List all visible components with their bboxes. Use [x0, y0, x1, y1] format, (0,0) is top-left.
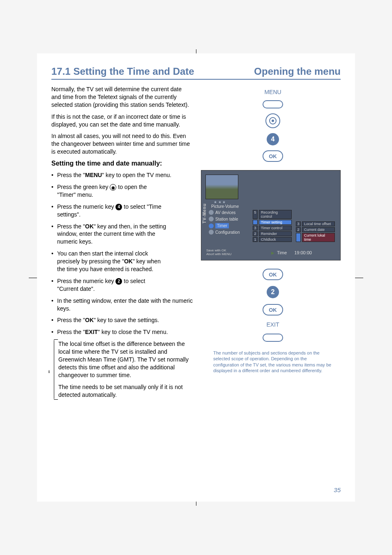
bullet-ok-enter: Press the "OK" key and then, in the sett…	[51, 223, 166, 246]
remote-sequence-top: MENU 4 OK	[263, 89, 283, 162]
ok-button-icon-2: OK	[263, 269, 283, 280]
page-content: 17.1 Setting the Time and Date Opening t…	[37, 53, 355, 502]
page-number: 35	[334, 486, 341, 493]
bullet-ok-save: Press the "OK" key to save the settings.	[51, 316, 193, 324]
num-2-button-icon: 2	[267, 286, 279, 298]
tv-col2-timersetting: Timer setting	[259, 220, 292, 225]
info-p1: The local time offset is the difference …	[58, 340, 193, 379]
key-2-icon: 2	[115, 278, 122, 285]
green-button-icon	[265, 113, 280, 128]
subheading: Setting the time and date manually:	[51, 160, 193, 167]
right-column: MENU 4 OK TV-Menu ★ ★ ★ Picture·Volume A…	[205, 85, 341, 403]
tv-col3-offset: Local time offset	[302, 221, 335, 226]
bullet-menu: Press the "MENU" key to open the TV menu…	[51, 171, 193, 179]
tv-col2-reminder: Reminder	[259, 231, 292, 236]
picture-volume-label: Picture·Volume	[211, 204, 239, 209]
tv-col2-recording: Recording control	[259, 210, 292, 219]
left-column: Normally, the TV set will determine the …	[51, 85, 193, 403]
tv-item-station: Station table	[215, 217, 238, 221]
section-title: 17.1 Setting the Time and Date	[51, 66, 194, 77]
bullet-num2: Press the numeric key 2 to select "Curre…	[51, 277, 166, 293]
bullet-ok-start: You can then start the internal clock pr…	[51, 250, 166, 273]
menu-button-icon	[263, 100, 283, 108]
tv-col2-timercontrol: Timer control	[259, 226, 292, 230]
bullet-green-key: Press the green key ◉ to open the "Timer…	[51, 183, 166, 199]
ok-button-icon-3: OK	[263, 304, 283, 315]
ok-button-icon: OK	[263, 150, 283, 162]
remote-sequence-bottom: OK 2 OK EXIT	[263, 269, 283, 342]
info-p2: The time needs to be set manually only i…	[58, 383, 193, 399]
footnote: The number of subjects and sections depe…	[213, 350, 332, 373]
intro-p3: In almost all cases, you will not need t…	[51, 132, 193, 156]
tv-item-timer: Timer	[215, 223, 229, 228]
num-4-button-icon: 4	[267, 133, 279, 145]
tv-time-display: Time 19:00:00	[271, 250, 312, 255]
info-icon: i	[48, 369, 50, 374]
intro-p1: Normally, the TV set will determine the …	[51, 85, 193, 109]
stars-icon: ★ ★ ★	[214, 200, 226, 204]
bullet-exit: Press the "EXIT" key to close the TV men…	[51, 328, 193, 336]
clock-icon: ◉	[110, 184, 116, 191]
section-subtitle: Opening the menu	[254, 66, 341, 77]
tv-col3-localtime: Current lokal time	[302, 233, 335, 242]
tv-item-config: Configuration	[215, 230, 240, 235]
tv-col2-childlock: Childlock	[259, 237, 292, 242]
tv-menu-screenshot: TV-Menu ★ ★ ★ Picture·Volume AV devices …	[201, 170, 341, 260]
tv-menu-sidebar-label: TV-Menu	[202, 203, 207, 223]
info-box: i The local time offset is the differenc…	[54, 340, 193, 398]
exit-label: EXIT	[266, 321, 279, 328]
main-heading: 17.1 Setting the Time and Date Opening t…	[51, 66, 341, 80]
intro-p2: If this is not the case, or if an incorr…	[51, 113, 193, 129]
exit-button-icon	[263, 334, 283, 342]
menu-label: MENU	[264, 89, 281, 95]
bullet-num4: Press the numeric key 4 to select "Time …	[51, 203, 166, 219]
tv-preview-thumbnail	[205, 175, 238, 199]
tv-save-abort: Save with OK Abort with MENU	[206, 249, 231, 256]
bullet-enter-date: In the setting window, enter the date wi…	[51, 297, 193, 313]
tv-col3-currentdate: Current date	[302, 227, 335, 232]
tv-item-av: AV devices	[215, 210, 235, 215]
key-4-icon: 4	[115, 204, 122, 210]
